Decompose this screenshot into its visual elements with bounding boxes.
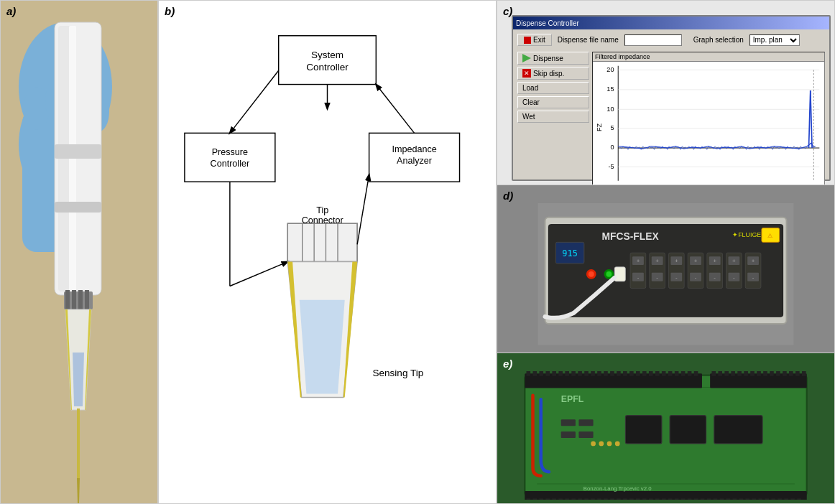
svg-rect-201 bbox=[733, 498, 737, 500]
load-label: Load bbox=[522, 84, 538, 92]
svg-point-79 bbox=[589, 271, 594, 277]
svg-rect-213 bbox=[625, 415, 661, 443]
svg-rect-165 bbox=[789, 371, 793, 376]
svg-rect-192 bbox=[675, 498, 679, 500]
svg-text:5: 5 bbox=[610, 124, 614, 131]
svg-rect-11 bbox=[55, 144, 101, 159]
panel-e-wrapper: e) bbox=[497, 353, 834, 503]
svg-rect-127 bbox=[539, 371, 543, 376]
svg-rect-218 bbox=[561, 431, 576, 438]
panel-d-wrapper: d) 915 MFCS-FLEX ✦FLUIGENT bbox=[497, 185, 834, 353]
graph-selection-dropdown[interactable]: Imp. plan bbox=[749, 34, 800, 46]
svg-rect-14 bbox=[65, 290, 70, 310]
svg-rect-188 bbox=[649, 498, 653, 500]
svg-text:+: + bbox=[732, 258, 736, 264]
svg-text:EPFL: EPFL bbox=[561, 393, 584, 403]
svg-text:Controller: Controller bbox=[211, 159, 250, 169]
dispense-label: Dispense bbox=[533, 55, 563, 62]
svg-rect-143 bbox=[642, 371, 647, 376]
svg-rect-129 bbox=[552, 371, 556, 376]
svg-rect-211 bbox=[797, 498, 801, 500]
panel-a-label: a) bbox=[6, 5, 16, 17]
panel-d-label: d) bbox=[503, 190, 513, 202]
svg-rect-157 bbox=[737, 371, 742, 376]
svg-rect-217 bbox=[578, 419, 593, 426]
svg-point-222 bbox=[607, 441, 612, 446]
ui-title: Dispense Controller bbox=[516, 19, 579, 27]
mfcs-svg: 915 MFCS-FLEX ✦FLUIGENT bbox=[501, 203, 831, 345]
chart-title: Filtered impedance bbox=[593, 52, 824, 62]
svg-line-69 bbox=[811, 90, 812, 148]
svg-text:+: + bbox=[637, 258, 640, 264]
svg-rect-149 bbox=[681, 371, 686, 376]
svg-text:Tip: Tip bbox=[316, 205, 328, 215]
svg-rect-144 bbox=[649, 371, 653, 376]
graph-selection-label: Graph selection bbox=[693, 36, 744, 44]
svg-rect-206 bbox=[765, 498, 769, 500]
dispense-file-input[interactable] bbox=[624, 34, 682, 46]
svg-rect-155 bbox=[724, 371, 729, 376]
svg-text:915: 915 bbox=[562, 248, 577, 258]
panel-c-label: c) bbox=[503, 5, 512, 17]
svg-text:-: - bbox=[714, 274, 716, 281]
svg-rect-194 bbox=[688, 498, 692, 500]
dispense-button[interactable]: Dispense bbox=[517, 52, 589, 65]
panel-e-label: e) bbox=[503, 358, 512, 370]
dispense-icon bbox=[522, 54, 531, 62]
load-button[interactable]: Load bbox=[517, 82, 589, 94]
svg-rect-209 bbox=[784, 498, 788, 500]
wet-button[interactable]: Wet bbox=[517, 111, 589, 123]
svg-rect-17 bbox=[85, 290, 89, 310]
svg-text:-5: -5 bbox=[608, 163, 614, 170]
main-container: a) bbox=[0, 0, 835, 504]
svg-point-220 bbox=[591, 441, 596, 446]
svg-point-221 bbox=[599, 441, 604, 446]
svg-rect-156 bbox=[731, 371, 735, 376]
svg-rect-151 bbox=[694, 371, 698, 376]
svg-rect-138 bbox=[610, 371, 614, 376]
wet-label: Wet bbox=[522, 113, 535, 121]
svg-rect-147 bbox=[668, 371, 673, 376]
svg-rect-214 bbox=[670, 415, 706, 443]
skip-disp-button[interactable]: ✕ Skip disp. bbox=[517, 67, 589, 80]
svg-rect-199 bbox=[720, 498, 724, 500]
svg-text:+: + bbox=[655, 258, 659, 264]
svg-rect-183 bbox=[617, 498, 621, 500]
svg-rect-146 bbox=[662, 371, 666, 376]
svg-rect-181 bbox=[604, 498, 608, 500]
svg-rect-148 bbox=[675, 371, 679, 376]
diagram-container: System Controller Pressure Controller Im… bbox=[166, 8, 489, 496]
svg-rect-135 bbox=[591, 371, 595, 376]
svg-text:+: + bbox=[675, 258, 678, 264]
svg-rect-175 bbox=[565, 498, 569, 500]
pcb-container: EPFL bbox=[501, 371, 831, 500]
chart-inner: 20 15 10 5 0 -5 bbox=[593, 62, 824, 185]
exit-button[interactable]: Exit bbox=[517, 34, 552, 46]
panel-c-wrapper: c) Dispense Controller Exit Dispense fil… bbox=[497, 1, 834, 185]
svg-point-223 bbox=[615, 441, 620, 446]
svg-rect-195 bbox=[694, 498, 698, 500]
svg-rect-128 bbox=[545, 371, 550, 376]
mfcs-container: 915 MFCS-FLEX ✦FLUIGENT bbox=[501, 203, 831, 345]
clear-button[interactable]: Clear bbox=[517, 96, 589, 108]
ui-titlebar: Dispense Controller bbox=[513, 17, 829, 29]
svg-rect-208 bbox=[778, 498, 782, 500]
exit-icon bbox=[524, 37, 531, 44]
svg-rect-160 bbox=[757, 371, 761, 376]
svg-rect-171 bbox=[539, 498, 543, 500]
svg-text:Bonzon-Lang Trpcevic v2.0: Bonzon-Lang Trpcevic v2.0 bbox=[583, 485, 652, 492]
exit-label: Exit bbox=[533, 36, 545, 44]
svg-rect-153 bbox=[711, 371, 716, 376]
svg-rect-193 bbox=[681, 498, 686, 500]
svg-rect-162 bbox=[770, 371, 774, 376]
ui-top-row: Exit Dispense file name Graph selection … bbox=[517, 34, 825, 46]
svg-text:System: System bbox=[311, 50, 343, 60]
panel-a: a) bbox=[0, 0, 158, 504]
svg-rect-178 bbox=[584, 498, 589, 500]
ui-body: Exit Dispense file name Graph selection … bbox=[513, 29, 829, 185]
svg-rect-179 bbox=[591, 498, 595, 500]
svg-rect-166 bbox=[795, 371, 800, 376]
pcb-svg: EPFL bbox=[501, 371, 831, 500]
svg-rect-196 bbox=[701, 498, 705, 500]
svg-text:+: + bbox=[694, 258, 698, 264]
